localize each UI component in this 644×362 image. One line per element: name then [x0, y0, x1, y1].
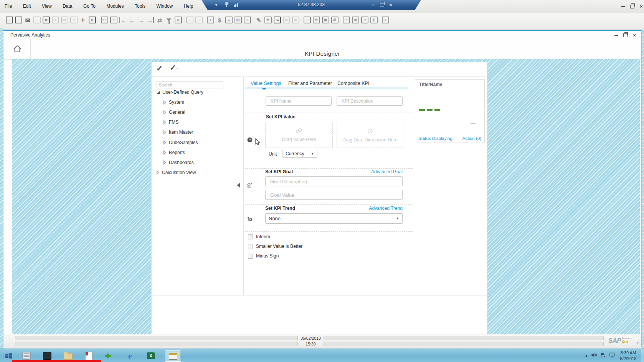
window-minimize-icon[interactable] [614, 35, 618, 36]
alert-message-icon[interactable]: ✉ [312, 17, 320, 23]
taskbar-internet-explorer-icon[interactable]: e [124, 350, 137, 361]
expanded-triangle-icon[interactable] [157, 91, 160, 94]
tab-composite-kpi[interactable]: Composite KPI [337, 81, 369, 86]
next-record-icon[interactable]: → [137, 17, 145, 23]
action-link[interactable]: Action (0) [462, 136, 481, 141]
grid-report-icon[interactable]: ◔ [342, 17, 350, 23]
advanced-trend-link[interactable]: Advanced Trend [369, 206, 403, 211]
first-record-icon[interactable]: ← [119, 17, 127, 23]
duplicate-document-icon[interactable]: → [195, 17, 203, 23]
window-close-icon[interactable]: × [633, 33, 636, 37]
collapsed-triangle-icon[interactable] [164, 151, 166, 154]
org-chart-icon[interactable]: 品 [331, 17, 339, 23]
collapse-panel-arrow[interactable] [237, 183, 240, 188]
menu-file[interactable]: File [0, 3, 17, 9]
tree-node-calculation-view[interactable]: Calculation View [157, 169, 196, 176]
lock-screen-icon[interactable]: ▯ [88, 17, 96, 23]
tree-node-fms[interactable]: FMS [164, 119, 178, 125]
unit-dropdown[interactable]: Currency ▼ [282, 150, 317, 158]
collapsed-triangle-icon[interactable] [164, 101, 166, 104]
tree-node-user-defined-query[interactable]: User-Defined Query [157, 89, 203, 95]
rdp-restore-icon[interactable] [380, 3, 384, 7]
hidden-icons-chevron-icon[interactable]: ▲ [585, 354, 588, 357]
navigate-icon[interactable]: + [79, 17, 87, 23]
tree-node-general[interactable]: General [164, 109, 185, 115]
collapsed-triangle-icon[interactable] [164, 161, 166, 164]
app-minimize-icon[interactable] [621, 6, 625, 7]
taskbar-terminal-icon[interactable] [41, 350, 54, 361]
goal-value-input[interactable] [265, 190, 403, 200]
edit-icon[interactable]: ✎ [255, 17, 263, 23]
menu-modules[interactable]: Modules [102, 3, 128, 9]
taskbar-excel-icon[interactable]: X [144, 350, 157, 361]
network-icon[interactable] [609, 352, 616, 359]
taskbar-sap-business-one-icon[interactable] [165, 350, 181, 362]
menu-goto[interactable]: Go To [79, 3, 100, 9]
taskbar-document-app-icon[interactable] [82, 350, 95, 361]
sort-icon[interactable]: A [174, 17, 182, 23]
show-desktop-button[interactable] [641, 349, 644, 362]
drag-value-dropzone[interactable]: Drag Value Here [265, 122, 333, 148]
kpi-name-input[interactable] [266, 96, 332, 106]
document-info-icon[interactable]: i [206, 17, 214, 23]
new-widget-icon[interactable]: ⊞ [352, 17, 359, 23]
collapsed-triangle-icon[interactable] [164, 111, 166, 114]
tree-node-dashboards[interactable]: Dashboards [164, 159, 194, 166]
collapsed-triangle-icon[interactable] [164, 131, 166, 134]
advanced-goal-link[interactable]: Advanced Goal [371, 169, 403, 174]
resize-grip[interactable] [635, 339, 640, 346]
kpi-description-input[interactable] [337, 96, 403, 106]
payment-means-icon[interactable]: $ [216, 17, 223, 23]
tree-node-item-master[interactable]: Item Master [164, 129, 193, 135]
tree-node-system[interactable]: System [164, 99, 184, 105]
menu-view[interactable]: View [37, 3, 56, 9]
link-document-icon[interactable]: ← [186, 17, 193, 23]
copy-special-icon[interactable]: ▭ [42, 17, 50, 23]
message-received-icon[interactable]: ▭ [292, 17, 299, 23]
menu-window[interactable]: Window [152, 3, 178, 9]
find-icon[interactable]: ∩∩ [101, 17, 108, 23]
export-excel-icon[interactable]: X [51, 17, 59, 23]
interim-checkbox[interactable] [248, 234, 253, 239]
search-input[interactable] [157, 81, 223, 88]
help-icon[interactable]: ? [381, 17, 389, 23]
add-icon[interactable]: + [110, 17, 117, 23]
journal-voucher-icon[interactable]: Ξ [225, 17, 233, 23]
split-icon[interactable]: ▯▯ [234, 17, 242, 23]
tree-node-reports[interactable]: Reports [164, 149, 185, 156]
tree-node-cubesamples[interactable]: CubeSamples [164, 139, 198, 146]
trend-dropdown[interactable]: None ▼ [265, 213, 403, 224]
rdp-minimize-icon[interactable] [372, 5, 375, 5]
alert-document-icon[interactable]: ! [303, 17, 311, 23]
taskbar-launcher-arrow-icon[interactable] [103, 350, 116, 361]
share-icon[interactable]: ↗ [361, 17, 368, 23]
taskbar-clock[interactable]: 8:39 AM 5/2/2018 [617, 350, 639, 362]
rdp-close-icon[interactable]: × [389, 3, 392, 7]
menu-help[interactable]: Help [179, 3, 198, 9]
minus-sign-checkbox[interactable] [248, 254, 253, 259]
email-icon[interactable]: ✉ [24, 17, 31, 23]
taskbar-file-explorer-icon[interactable] [20, 350, 33, 361]
menu-data[interactable]: Data [58, 3, 77, 9]
volume-muted-icon[interactable] [591, 352, 597, 359]
message-sent-icon[interactable]: ▭ [282, 17, 290, 23]
refresh-icon[interactable]: ⇄ [156, 17, 163, 23]
action-center-flag-icon[interactable] [600, 352, 606, 359]
print-icon[interactable] [15, 17, 22, 23]
status-displaying-link[interactable]: Status Displaying [418, 136, 452, 141]
document-find-icon[interactable]: ○ [243, 17, 251, 23]
fax-icon[interactable] [33, 17, 41, 23]
start-button[interactable] [2, 350, 15, 361]
collapsed-triangle-icon[interactable] [157, 171, 159, 174]
interim-option[interactable]: Interim [248, 234, 270, 239]
workflow-icon[interactable]: ⌥ [273, 17, 281, 23]
goal-description-input[interactable] [265, 176, 403, 186]
filter-icon[interactable] [165, 17, 173, 23]
confirm-and-new-icon[interactable]: ✓→ [170, 63, 180, 72]
menu-tools[interactable]: Tools [130, 3, 150, 9]
last-record-icon[interactable]: → [147, 17, 154, 23]
app-restore-icon[interactable] [630, 5, 634, 8]
collapsed-triangle-icon[interactable] [164, 141, 166, 144]
preview-icon[interactable]: ≡ [5, 17, 13, 23]
taskbar-folder-icon[interactable] [61, 350, 74, 361]
